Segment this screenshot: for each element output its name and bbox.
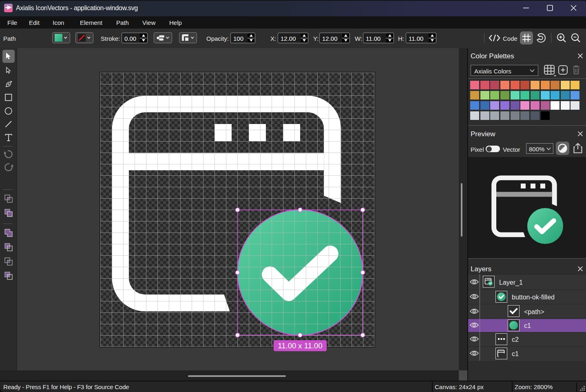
- svg-text:11.00 x 11.00: 11.00 x 11.00: [278, 341, 322, 350]
